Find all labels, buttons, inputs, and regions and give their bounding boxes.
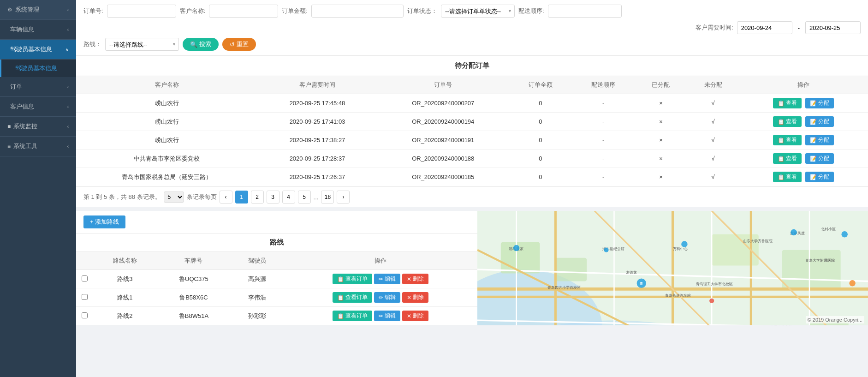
cell-actions: 📋 查看 📝 分配 — [739, 131, 868, 150]
col-checkbox — [76, 252, 93, 270]
delete-route-button[interactable]: ✕ 删除 — [402, 311, 428, 321]
sidebar-item-vehicle-info[interactable]: 车辆信息 ‹ — [0, 20, 76, 40]
svg-text:惠天购物广场: 惠天购物广场 — [770, 325, 792, 325]
sidebar-sub-driver-basic[interactable]: 驾驶员基本信息 — [0, 60, 76, 77]
pagination-info: 第 1 到 5 条，共 88 条记录。 — [83, 193, 161, 201]
view-orders-button[interactable]: 📋 查看订单 — [333, 292, 372, 303]
cell-delivery-order: - — [572, 131, 635, 150]
view-btn-label: 查看 — [786, 118, 797, 126]
page-btn-1[interactable]: 1 — [235, 191, 248, 203]
delete-route-button[interactable]: ✕ 删除 — [402, 292, 428, 303]
page-btn-18[interactable]: 18 — [321, 191, 334, 203]
search-icon: 🔍 — [190, 41, 197, 48]
delivery-order-input[interactable] — [548, 5, 622, 18]
col-header-actions: 操作 — [739, 76, 868, 94]
row-checkbox[interactable] — [82, 294, 88, 300]
orders-table-header: 客户名称 客户需要时间 订单号 订单全额 配送顺序 已分配 未分配 操作 — [76, 76, 868, 94]
sidebar-item-system-mgmt[interactable]: ⚙ 系统管理 ‹ — [0, 0, 76, 20]
cell-driver: 高兴源 — [231, 270, 283, 288]
order-status-select[interactable]: --请选择订单单状态-- — [441, 5, 515, 18]
sidebar-item-driver-basic[interactable]: 驾驶员基本信息 ∨ — [0, 40, 76, 60]
assign-icon: 📝 — [810, 100, 817, 107]
search-btn-label: 搜索 — [199, 40, 211, 48]
date-end-input[interactable] — [805, 21, 861, 34]
assign-order-button[interactable]: 📝 分配 — [805, 135, 834, 145]
cell-route-name: 路线3 — [93, 270, 157, 288]
row-checkbox[interactable] — [82, 312, 88, 318]
delete-route-button[interactable]: ✕ 删除 — [402, 274, 428, 284]
page-btn-2[interactable]: 2 — [251, 191, 264, 203]
sidebar: ⚙ 系统管理 ‹ 车辆信息 ‹ 驾驶员基本信息 ∨ 驾驶员基本信息 订单 ‹ 客… — [0, 0, 76, 377]
add-route-button[interactable]: + 添加路线 — [83, 215, 125, 228]
edit-route-button[interactable]: ✏ 编辑 — [374, 311, 400, 321]
sidebar-item-customer-info[interactable]: 客户信息 ‹ — [0, 97, 76, 117]
reset-button[interactable]: ↺ 重置 — [222, 38, 256, 51]
cell-customer: 中共青岛市李沧区委党校 — [76, 150, 257, 168]
sidebar-item-system-tools[interactable]: ≡ 系统工具 ‹ — [0, 137, 76, 156]
svg-rect-6 — [782, 250, 841, 289]
order-amount-input[interactable] — [311, 5, 404, 18]
chevron-icon-6: ‹ — [67, 124, 69, 129]
view-orders-button[interactable]: 📋 查看订单 — [333, 311, 372, 321]
col-header-delivery-order: 配送顺序 — [572, 76, 635, 94]
sidebar-item-system-monitor[interactable]: ■ 系统监控 ‹ — [0, 117, 76, 137]
prev-page-btn[interactable]: ‹ — [220, 191, 232, 203]
page-btn-3[interactable]: 3 — [267, 191, 279, 203]
assign-btn-label: 分配 — [818, 173, 829, 181]
view-order-button[interactable]: 📋 查看 — [773, 172, 802, 182]
view-order-button[interactable]: 📋 查看 — [773, 135, 802, 145]
view-orders-button[interactable]: 📋 查看订单 — [333, 274, 372, 284]
svg-text:万科中心: 万科中心 — [673, 247, 688, 251]
assign-order-button[interactable]: 📝 分配 — [805, 172, 834, 182]
view-orders-label: 查看订单 — [345, 312, 368, 320]
view-orders-icon: 📋 — [337, 294, 344, 301]
route-label: 路线： — [83, 40, 101, 48]
edit-route-button[interactable]: ✏ 编辑 — [374, 292, 400, 303]
table-row: 路线2 鲁B8W51A 孙彩彩 📋 查看订单 ✏ 编辑 ✕ 删除 — [76, 307, 477, 325]
route-select[interactable]: --请选择路线--路线3路线1路线2 — [105, 38, 179, 51]
assign-order-button[interactable]: 📝 分配 — [805, 98, 834, 108]
search-button[interactable]: 🔍 搜索 — [183, 38, 219, 51]
sidebar-item-order[interactable]: 订单 ‹ — [0, 77, 76, 97]
delete-btn-label: 删除 — [413, 275, 424, 283]
order-no-label: 订单号: — [83, 7, 103, 15]
cell-order-no: OR_202009240000207 — [377, 94, 509, 113]
routes-table: 路线名称 车牌号 驾驶员 操作 路线3 鲁UQC375 高兴源 — [76, 252, 477, 325]
page-btn-4[interactable]: 4 — [282, 191, 295, 203]
view-order-button[interactable]: 📋 查看 — [773, 116, 802, 127]
page-size-select[interactable]: 5 10 20 — [164, 191, 184, 203]
add-route-btn-label: + 添加路线 — [90, 218, 119, 226]
routes-panel: + 添加路线 路线 路线名称 车牌号 驾驶员 操作 — [76, 211, 477, 325]
delete-btn-label: 删除 — [413, 293, 424, 301]
cell-checkbox[interactable] — [76, 270, 93, 288]
edit-icon: ✏ — [379, 276, 383, 282]
order-status-label: 订单状态： — [407, 7, 437, 15]
sidebar-customer-label: 客户信息 — [10, 102, 67, 111]
map-svg: 湖岛世家 青岛四方小学百校区 麦德龙 青岛长途汽车站 青岛理工大学市北校区 海尔… — [477, 211, 868, 325]
assign-order-button[interactable]: 📝 分配 — [805, 153, 834, 164]
cell-amount: 0 — [509, 168, 572, 186]
order-no-input[interactable] — [107, 5, 176, 18]
view-order-button[interactable]: 📋 查看 — [773, 98, 802, 108]
cell-assigned: × — [635, 150, 687, 168]
cell-delivery-order: - — [572, 150, 635, 168]
cell-checkbox[interactable] — [76, 288, 93, 307]
row-checkbox[interactable] — [82, 275, 88, 281]
date-start-input[interactable] — [737, 21, 792, 34]
customer-name-input[interactable] — [209, 5, 278, 18]
view-orders-icon: 📋 — [337, 276, 344, 282]
monitor-icon: ■ — [7, 123, 11, 130]
cell-order-no: OR_202009240000188 — [377, 150, 509, 168]
col-route-actions: 操作 — [283, 252, 477, 270]
route-select-wrap: --请选择路线--路线3路线1路线2 — [105, 38, 179, 51]
view-order-button[interactable]: 📋 查看 — [773, 153, 802, 164]
cell-checkbox[interactable] — [76, 307, 93, 325]
delete-icon: ✕ — [407, 294, 411, 301]
page-btn-5[interactable]: 5 — [298, 191, 311, 203]
assign-order-button[interactable]: 📝 分配 — [805, 116, 834, 127]
sidebar-order-label: 订单 — [10, 83, 67, 91]
edit-route-button[interactable]: ✏ 编辑 — [374, 274, 400, 284]
sidebar-sub-driver-label: 驾驶员基本信息 — [15, 65, 57, 72]
next-page-btn[interactable]: › — [337, 191, 350, 203]
cell-unassigned: √ — [687, 113, 739, 131]
